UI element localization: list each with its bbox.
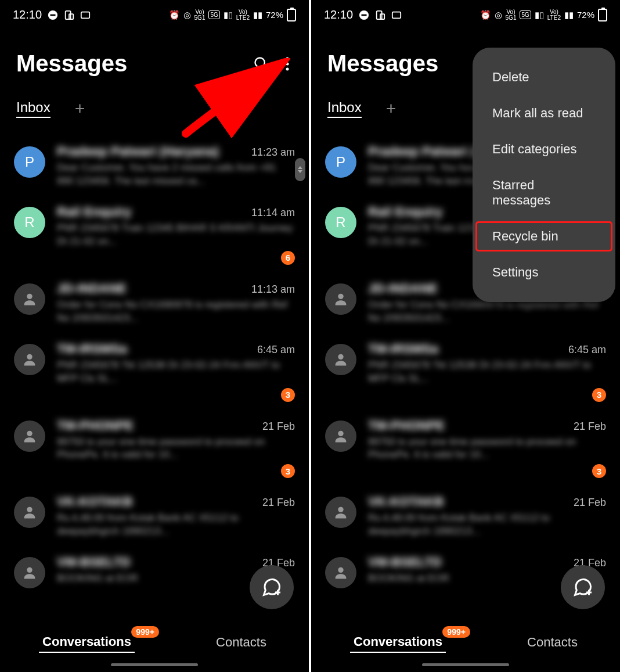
svg-point-13	[27, 507, 32, 512]
svg-rect-18	[362, 14, 367, 16]
more-options-icon[interactable]	[286, 57, 289, 71]
battery-icon	[287, 9, 296, 21]
svg-point-23	[338, 354, 343, 359]
nav-conversations-label: Conversations	[354, 634, 442, 649]
conversation-time: 21 Feb	[262, 421, 295, 433]
network-5g-indicator: 5G	[520, 10, 531, 19]
network-5g-indicator: 5G	[208, 10, 219, 19]
conversation-row[interactable]: TM-PHONPE21 Feb88750 is your one time pa…	[0, 410, 309, 487]
svg-line-6	[264, 66, 267, 69]
unread-badge: 3	[592, 464, 606, 478]
conversation-time: 11:14 am	[251, 207, 295, 219]
overflow-menu: DeleteMark all as readEdit categoriesSta…	[473, 48, 615, 302]
unread-badge: 6	[281, 251, 295, 265]
svg-point-9	[286, 67, 289, 70]
scrollbar-thumb[interactable]	[295, 158, 305, 181]
status-bar: 12:10 ⏰ ◎ Vo)5G1 5G ▮▯ Vo)LTE2 ▮▮ 72%	[0, 0, 309, 27]
conversation-preview: PNR 2345678 Tkt 12538 Dt 23-02-24 Frm AN…	[368, 359, 606, 386]
svg-rect-1	[51, 14, 56, 16]
page-title: Messages	[16, 51, 127, 77]
conversation-time: 11:23 am	[251, 146, 295, 159]
signal-bars-2-icon: ▮▮	[564, 10, 574, 20]
nav-contacts[interactable]: Contacts	[524, 633, 581, 652]
conversation-preview: Order for Cons No CX1690978 is registere…	[57, 299, 295, 325]
avatar	[14, 557, 45, 588]
unread-badge: 3	[281, 388, 295, 402]
conversation-preview: 88750 is your one time password to proce…	[368, 436, 606, 462]
svg-rect-19	[377, 10, 382, 19]
home-indicator[interactable]	[111, 663, 198, 666]
filter-inbox[interactable]: Inbox	[16, 99, 51, 118]
menu-item-delete[interactable]: Delete	[473, 59, 615, 95]
svg-point-24	[338, 430, 343, 436]
menu-item-starred-messages[interactable]: Starred messages	[473, 167, 615, 218]
menu-item-edit-categories[interactable]: Edit categories	[473, 131, 615, 167]
conversation-name: TM-IRSMSa	[368, 342, 438, 357]
compose-fab[interactable]	[561, 565, 605, 609]
conversation-time: 11:13 am	[251, 283, 295, 296]
conversation-row[interactable]: TM-PHONPE21 Feb88750 is your one time pa…	[311, 410, 620, 487]
avatar	[14, 421, 45, 452]
nav-conversations-badge: 999+	[131, 626, 159, 638]
conversation-row[interactable]: RRail Enquiry11:14 amPNR 2345678 Train 1…	[0, 196, 309, 273]
unread-badge: 3	[592, 388, 606, 402]
signal-bars-2-icon: ▮▮	[253, 10, 262, 20]
svg-rect-2	[66, 10, 71, 19]
conversation-list[interactable]: PPradeep Patwari (Haryana)11:23 amDear C…	[0, 136, 309, 621]
avatar	[325, 497, 356, 528]
conversation-time: 6:45 am	[568, 344, 606, 356]
conversation-row[interactable]: TM-IRSMSa6:45 amPNR 2345678 Tkt 12538 Dt…	[0, 333, 309, 410]
vowifi-indicator-1: Vo)5G1	[506, 9, 517, 21]
filter-inbox[interactable]: Inbox	[327, 99, 362, 118]
conversation-preview: 88750 is your one time password to proce…	[57, 436, 295, 462]
svg-point-5	[255, 58, 265, 67]
dnd-icon	[48, 10, 58, 20]
avatar	[14, 283, 45, 315]
svg-rect-21	[392, 12, 401, 18]
svg-point-10	[27, 293, 32, 299]
menu-item-mark-all-as-read[interactable]: Mark all as read	[473, 95, 615, 131]
bottom-nav: Conversations 999+ Contacts	[311, 621, 620, 659]
conversation-name: VK-KOTAKB	[368, 494, 444, 509]
avatar	[325, 421, 356, 452]
conversation-time: 21 Feb	[262, 497, 295, 509]
conversation-preview: PNR 2345678 Tkt 12538 Dt 23-02-24 Frm AN…	[57, 359, 295, 386]
status-time: 12:10	[13, 8, 42, 21]
conversation-time: 21 Feb	[574, 497, 606, 509]
conversation-row[interactable]: PPradeep Patwari (Haryana)11:23 amDear C…	[0, 136, 309, 196]
unread-badge: 3	[281, 464, 295, 478]
svg-point-22	[338, 293, 343, 299]
hotspot-icon: ◎	[183, 10, 191, 20]
conversation-name: Rail Enquiry	[57, 204, 131, 220]
search-icon[interactable]	[253, 56, 269, 72]
home-indicator[interactable]	[422, 663, 509, 666]
conversation-row[interactable]: JD-INDANE11:13 amOrder for Cons No CX169…	[0, 273, 309, 333]
volte-indicator-2: Vo)LTE2	[236, 9, 250, 21]
conversation-name: VK-KOTAKB	[57, 494, 132, 509]
nav-conversations-badge: 999+	[442, 626, 470, 638]
menu-item-settings[interactable]: Settings	[473, 254, 615, 290]
battery-percent: 72%	[266, 10, 283, 20]
conversation-preview: Dear Customer, You have 2 missed calls f…	[57, 161, 295, 188]
conversation-name: Pradeep Patwari (Haryana)	[57, 144, 219, 159]
status-bar: 12:10 ⏰ ◎ Vo)5G1 5G ▮▯ Vo)LTE2 ▮▮ 72%	[311, 0, 620, 27]
compose-fab[interactable]	[250, 565, 294, 609]
page-title: Messages	[327, 51, 438, 77]
add-category-button[interactable]: +	[386, 99, 396, 118]
conversation-row[interactable]: VK-KOTAKB21 FebRs.4,48.00 from Kotak Ban…	[311, 486, 620, 547]
conversation-time: 6:45 am	[257, 344, 295, 356]
nav-contacts[interactable]: Contacts	[212, 633, 270, 652]
menu-item-recycle-bin[interactable]: Recycle bin	[473, 218, 615, 254]
dnd-icon	[359, 10, 369, 20]
add-category-button[interactable]: +	[75, 99, 85, 118]
nav-conversations[interactable]: Conversations 999+	[350, 632, 446, 653]
conversation-row[interactable]: VK-KOTAKB21 FebRs.4,48.00 from Kotak Ban…	[0, 486, 309, 547]
screenshot-icon	[391, 10, 402, 20]
filter-row: Inbox +	[0, 88, 309, 136]
avatar: R	[14, 207, 45, 238]
avatar: P	[325, 146, 356, 178]
svg-point-14	[27, 567, 32, 573]
conversation-row[interactable]: TM-IRSMSa6:45 amPNR 2345678 Tkt 12538 Dt…	[311, 333, 620, 410]
conversation-name: Rail Enquiry	[368, 204, 442, 220]
nav-conversations[interactable]: Conversations 999+	[39, 632, 135, 653]
